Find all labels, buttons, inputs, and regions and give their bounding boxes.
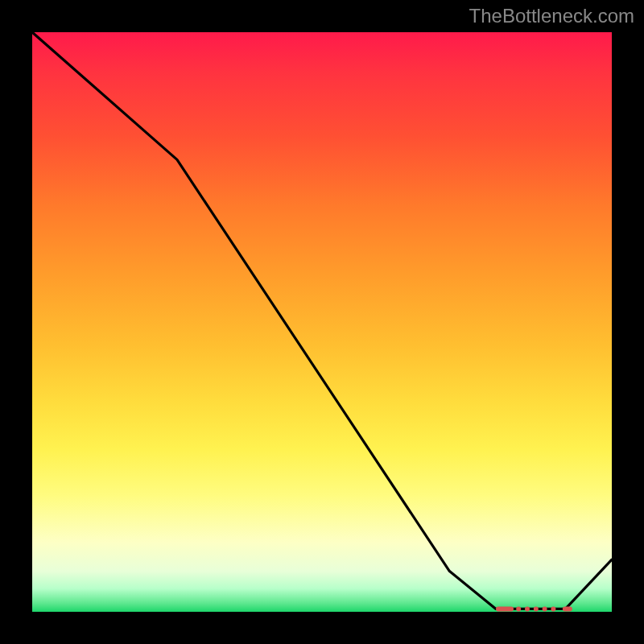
chart-frame: TheBottleneck.com	[0, 0, 644, 644]
optimum-dash	[551, 606, 555, 611]
bottleneck-curve	[32, 32, 612, 609]
optimum-dash	[496, 606, 514, 611]
plot-area	[32, 32, 612, 612]
attribution-text: TheBottleneck.com	[469, 5, 634, 27]
optimum-dash	[516, 606, 521, 611]
chart-svg	[32, 32, 612, 612]
optimum-dash	[525, 606, 530, 611]
optimum-dash	[563, 606, 572, 611]
optimum-dash	[534, 606, 539, 611]
optimum-dash	[543, 606, 547, 611]
optimum-dots	[496, 606, 572, 611]
